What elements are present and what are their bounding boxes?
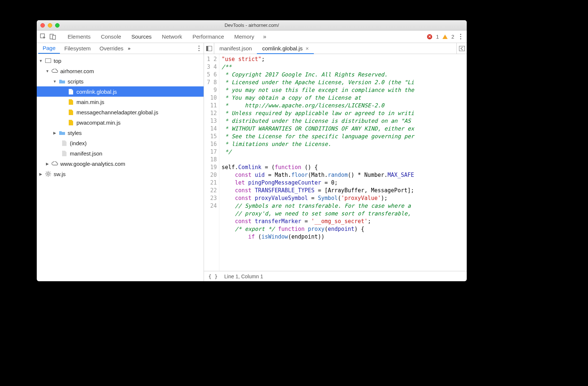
tab-network[interactable]: Network (157, 31, 187, 43)
cursor-position: Line 1, Column 1 (224, 274, 263, 279)
svg-rect-7 (459, 46, 465, 51)
tree-folder-scripts[interactable]: ▼ scripts (37, 76, 204, 86)
navigator-tab-page[interactable]: Page (38, 43, 60, 54)
tree-file-msgchannel[interactable]: messagechanneladapter.global.js (37, 107, 204, 117)
expand-icon[interactable]: ▶ (39, 172, 43, 176)
tree-label: airhorner.com (60, 68, 94, 74)
panel-tabbar: Elements Console Sources Network Perform… (37, 31, 467, 43)
svg-rect-3 (46, 59, 51, 63)
tree-file-index[interactable]: (index) (37, 138, 204, 148)
expand-icon[interactable]: ▶ (46, 162, 49, 166)
tree-label: manifest.json (70, 150, 102, 157)
tree-frame-top[interactable]: ▼ top (37, 56, 204, 66)
tree-folder-styles[interactable]: ▶ styles (37, 128, 204, 138)
js-file-icon (68, 88, 74, 95)
close-tab-icon[interactable]: × (305, 45, 309, 51)
tree-label: top (54, 58, 61, 64)
show-debugger-button[interactable] (456, 43, 467, 54)
editor-tabs: manifest.json comlink.global.js × (204, 43, 467, 54)
svg-point-4 (47, 173, 49, 175)
editor-panel: manifest.json comlink.global.js × 1 2 3 … (204, 43, 467, 281)
svg-rect-6 (206, 46, 208, 51)
gear-icon (45, 171, 51, 177)
tree-label: main.min.js (76, 99, 104, 105)
js-file-icon (68, 99, 74, 105)
tree-label: scripts (68, 78, 83, 85)
expand-icon[interactable]: ▼ (46, 69, 49, 73)
tab-console[interactable]: Console (96, 31, 126, 43)
expand-icon[interactable]: ▶ (53, 131, 57, 135)
code-editor[interactable]: 1 2 3 4 5 6 7 8 9 10 11 12 13 14 15 16 1… (204, 54, 467, 271)
navigator-tab-overrides[interactable]: Overrides (95, 43, 128, 54)
js-file-icon (68, 109, 74, 115)
file-tree: ▼ top ▼ airhorner.com ▼ scripts comlink.… (37, 54, 204, 281)
navigator-tabs: Page Filesystem Overrides » (37, 43, 204, 54)
console-status[interactable]: ✕ 1 2 (427, 34, 454, 40)
editor-statusbar: { } Line 1, Column 1 (204, 271, 467, 281)
error-count: 1 (436, 34, 439, 40)
show-navigator-button[interactable] (204, 43, 214, 54)
error-icon: ✕ (427, 34, 432, 39)
tree-label: messagechanneladapter.global.js (76, 109, 158, 115)
tree-file-comlink[interactable]: comlink.global.js (37, 86, 204, 97)
navigator-tab-filesystem[interactable]: Filesystem (60, 43, 95, 54)
tree-label: www.google-analytics.com (60, 161, 125, 167)
expand-icon[interactable]: ▼ (53, 79, 57, 83)
file-tab-manifest[interactable]: manifest.json (214, 43, 257, 54)
navigator-sidebar: Page Filesystem Overrides » ▼ top ▼ airh… (37, 43, 204, 281)
devtools-window: DevTools - airhorner.com/ Elements Conso… (37, 20, 467, 281)
tree-domain-ga[interactable]: ▶ www.google-analytics.com (37, 158, 204, 169)
inspect-element-icon[interactable] (40, 33, 47, 40)
expand-icon[interactable]: ▼ (39, 59, 43, 63)
device-toolbar-icon[interactable] (49, 33, 57, 40)
titlebar: DevTools - airhorner.com/ (37, 20, 467, 31)
window-title: DevTools - airhorner.com/ (37, 22, 467, 28)
tree-service-worker[interactable]: ▶ sw.js (37, 169, 204, 179)
code-content[interactable]: "use strict"; /** * Copyright 2017 Googl… (219, 54, 467, 271)
warning-count: 2 (451, 34, 454, 40)
cloud-icon (51, 68, 58, 74)
tab-memory[interactable]: Memory (229, 31, 259, 43)
more-tabs-button[interactable]: » (259, 33, 270, 40)
navigator-more-button[interactable]: » (128, 46, 130, 51)
tab-elements[interactable]: Elements (62, 31, 96, 43)
file-tab-comlink[interactable]: comlink.global.js × (257, 43, 314, 54)
tree-file-manifest[interactable]: manifest.json (37, 148, 204, 158)
frame-icon (45, 57, 51, 64)
folder-icon (59, 78, 65, 85)
tree-file-mainmin[interactable]: main.min.js (37, 97, 204, 107)
folder-icon (59, 129, 65, 136)
pretty-print-button[interactable]: { } (208, 274, 218, 279)
tree-label: sw.js (54, 171, 66, 177)
line-gutter: 1 2 3 4 5 6 7 8 9 10 11 12 13 14 15 16 1… (204, 54, 219, 271)
document-icon (61, 150, 68, 157)
file-tab-label: manifest.json (219, 45, 252, 51)
cloud-icon (51, 160, 58, 167)
tree-domain[interactable]: ▼ airhorner.com (37, 66, 204, 76)
file-tab-label: comlink.global.js (262, 45, 302, 51)
tree-label: pwacompat.min.js (76, 119, 121, 126)
document-icon (61, 140, 68, 146)
warning-icon (442, 35, 448, 39)
tab-sources[interactable]: Sources (126, 31, 157, 43)
svg-rect-2 (53, 35, 55, 39)
tree-file-pwacompat[interactable]: pwacompat.min.js (37, 117, 204, 128)
tree-label: (index) (70, 140, 87, 146)
js-file-icon (68, 119, 74, 126)
navigator-menu-button[interactable] (196, 46, 202, 51)
tree-label: comlink.global.js (76, 89, 117, 95)
tree-label: styles (68, 130, 82, 136)
settings-menu-button[interactable] (457, 34, 464, 39)
tab-performance[interactable]: Performance (187, 31, 229, 43)
